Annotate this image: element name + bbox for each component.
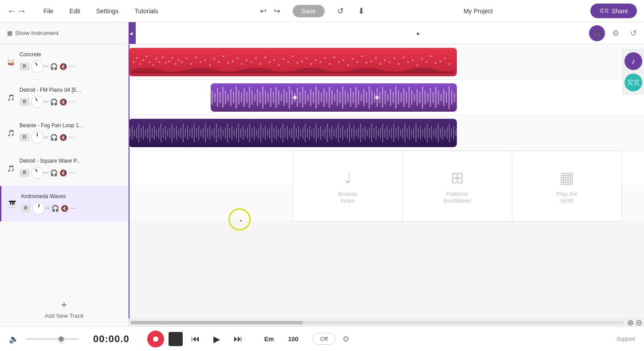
volume-knob[interactable] (31, 131, 43, 144)
off-button[interactable]: Off (313, 333, 335, 345)
track-row-2[interactable] (129, 80, 644, 115)
arrow-right-icon[interactable]: ▸ (417, 30, 420, 37)
svg-point-40 (292, 55, 294, 57)
menu-tutorials[interactable]: Tutorials (132, 6, 161, 16)
volume-thumb[interactable] (58, 335, 65, 343)
svg-rect-316 (456, 129, 456, 136)
volume-slider[interactable] (26, 338, 79, 340)
collab-button[interactable]: 🎧 (589, 25, 605, 41)
music-icon-button[interactable]: ♪ (624, 52, 642, 70)
clip-beanie[interactable] (129, 119, 457, 147)
r-button[interactable]: R (20, 133, 29, 141)
support-link[interactable]: Support (617, 336, 635, 342)
r-button[interactable]: R (21, 204, 31, 212)
scrollbar-thumb[interactable] (130, 321, 303, 324)
svg-point-23 (213, 58, 215, 59)
mute-button[interactable]: 🔇 (59, 134, 67, 141)
mute-button[interactable]: 🔇 (59, 98, 67, 105)
r-button[interactable]: R (20, 98, 29, 106)
rewind-button[interactable]: ⏮ (187, 331, 204, 347)
clip-detroit-fm[interactable] (211, 83, 457, 112)
action-card-patterns[interactable]: ⊞ PatternsBeatMaker (403, 151, 512, 221)
fast-forward-button[interactable]: ⏭ (230, 331, 247, 347)
svg-rect-192 (181, 127, 181, 139)
headphones-button[interactable]: 🎧 (50, 134, 58, 141)
track-item[interactable]: 🎵 Beanie - Fog Pan Loop 1... R Vol 🎧 🔇 ⋯ (0, 115, 128, 151)
more-button[interactable]: ⋯ (70, 205, 76, 212)
svg-rect-227 (258, 127, 259, 139)
svg-point-68 (421, 58, 423, 59)
volume-knob[interactable] (31, 167, 43, 179)
track-row-3[interactable] (129, 115, 644, 151)
show-instrument-button[interactable]: ▦ Show Instrument (0, 22, 128, 44)
volume-knob[interactable] (31, 96, 43, 108)
user-icon-button[interactable]: 𝓡𝓡 (624, 74, 642, 91)
settings-icon[interactable]: ⚙ (609, 26, 623, 40)
scrollbar-area: ⊕ ⊖ (129, 318, 644, 326)
svg-point-14 (175, 63, 177, 65)
more-button[interactable]: ⋯ (69, 169, 75, 176)
record-button[interactable] (147, 331, 164, 347)
empty-area (129, 222, 644, 318)
zoom-out-button[interactable]: ⊖ (636, 319, 642, 327)
more-button[interactable]: ⋯ (69, 63, 75, 70)
svg-point-15 (178, 59, 180, 61)
svg-rect-88 (246, 92, 247, 103)
app-logo[interactable]: ←→ (7, 5, 27, 17)
svg-rect-150 (411, 90, 412, 105)
svg-rect-254 (318, 128, 319, 137)
headphones-button[interactable]: 🎧 (50, 98, 58, 105)
play-button[interactable]: ▶ (208, 331, 225, 347)
transport-settings-button[interactable]: ⚙ (342, 334, 349, 344)
menu-file[interactable]: File (41, 6, 56, 16)
svg-rect-165 (451, 90, 452, 105)
show-instrument-icon: ▦ (7, 30, 12, 36)
more-button[interactable]: ⋯ (69, 134, 75, 141)
track-item[interactable]: 🎵 Detroit - Square Wave P... R Vol 🎧 🔇 ⋯ (0, 151, 128, 186)
track-row-1[interactable] (129, 44, 644, 80)
download-button[interactable]: ⬇ (356, 4, 366, 18)
svg-rect-230 (265, 126, 266, 140)
restore-button[interactable]: ↺ (335, 4, 346, 18)
action-card-browse-loops[interactable]: ♩ Browseloops (293, 151, 403, 221)
r-button[interactable]: R (20, 62, 29, 70)
add-new-track-button[interactable]: + Add New Track (0, 292, 128, 326)
svg-rect-257 (325, 127, 326, 139)
undo-icon[interactable]: ↺ (626, 26, 640, 40)
clip-concrete[interactable] (129, 48, 457, 76)
menu-edit[interactable]: Edit (67, 6, 83, 16)
svg-point-26 (227, 62, 229, 63)
svg-rect-216 (234, 129, 235, 136)
svg-point-55 (361, 55, 363, 57)
action-card-play-synth[interactable]: ▦ Play thesynth (512, 151, 621, 221)
track-info: Andromeda Waves R Vol 🎧 🔇 ⋯ (21, 193, 124, 214)
menu-settings[interactable]: Settings (94, 6, 122, 16)
headphones-button[interactable]: 🎧 (51, 205, 59, 212)
svg-rect-85 (238, 90, 240, 105)
undo-button[interactable]: ↩ (258, 4, 268, 18)
track-item[interactable]: 🎵 Detroit - FM Piano 04 [E... R Vol 🎧 🔇 … (0, 80, 128, 115)
scrollbar-track[interactable] (130, 321, 624, 324)
more-button[interactable]: ⋯ (69, 98, 75, 105)
volume-knob[interactable] (32, 202, 45, 214)
arrow-left-icon[interactable]: ◂ (130, 30, 133, 37)
r-button[interactable]: R (20, 169, 29, 177)
mute-button[interactable]: 🔇 (59, 63, 67, 70)
track-item-active[interactable]: 🎹 Andromeda Waves R Vol 🎧 🔇 ⋯ (0, 186, 128, 222)
mute-button[interactable]: 🔇 (59, 169, 67, 176)
redo-button[interactable]: ↪ (272, 4, 282, 18)
svg-rect-185 (165, 126, 166, 140)
headphones-button[interactable]: 🎧 (50, 169, 58, 176)
share-button[interactable]: 𝓡𝓡 Share (590, 4, 637, 18)
stop-button[interactable] (169, 332, 183, 346)
volume-knob[interactable] (31, 60, 43, 73)
save-button[interactable]: Save (293, 5, 325, 17)
svg-rect-235 (276, 126, 277, 140)
svg-rect-93 (259, 92, 261, 103)
vol-label: Vol (43, 171, 48, 175)
headphones-button[interactable]: 🎧 (50, 63, 58, 70)
mute-button[interactable]: 🔇 (61, 205, 68, 212)
track-item[interactable]: 🥁 Concrete R Vol 🎧 🔇 ⋯ (0, 44, 128, 80)
svg-rect-286 (389, 129, 390, 136)
zoom-in-button[interactable]: ⊕ (627, 319, 634, 327)
